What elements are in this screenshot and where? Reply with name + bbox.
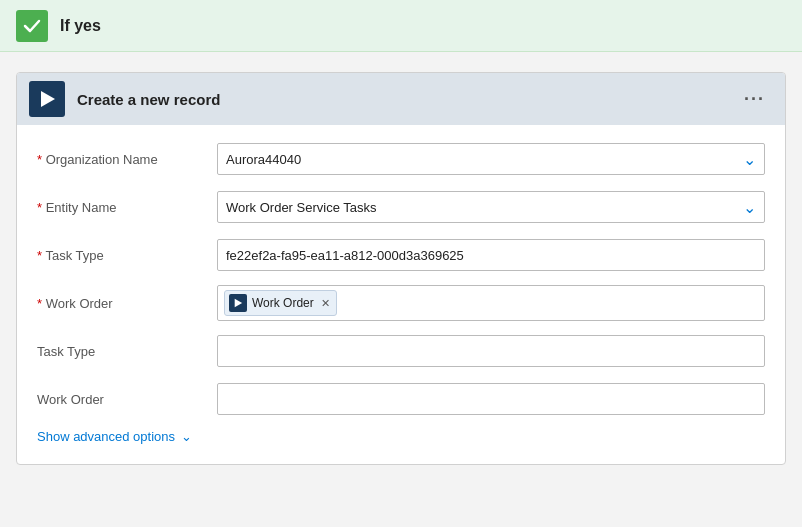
entity-name-row: Entity Name Work Order Service Tasks ⌄: [37, 189, 765, 225]
work-order-optional-field[interactable]: [217, 383, 765, 415]
entity-name-chevron-icon: ⌄: [743, 198, 756, 217]
card-title: Create a new record: [77, 91, 724, 108]
main-container: Create a new record ··· Organization Nam…: [0, 52, 802, 485]
work-order-optional-label: Work Order: [37, 392, 217, 407]
svg-marker-0: [41, 91, 55, 107]
if-yes-check-icon: [16, 10, 48, 42]
entity-name-field[interactable]: Work Order Service Tasks ⌄: [217, 191, 765, 223]
work-order-optional-input[interactable]: [217, 383, 765, 415]
task-type-input[interactable]: fe22ef2a-fa95-ea11-a812-000d3a369625: [217, 239, 765, 271]
org-name-dropdown[interactable]: Aurora44040 ⌄: [217, 143, 765, 175]
task-type-required-label: Task Type: [37, 248, 217, 263]
work-order-tag-text: Work Order: [252, 296, 314, 310]
advanced-options-chevron-icon: ⌄: [181, 429, 192, 444]
work-order-tag-field[interactable]: Work Order ✕: [217, 285, 765, 321]
work-order-required-field[interactable]: Work Order ✕: [217, 285, 765, 321]
checkmark-icon: [23, 17, 41, 35]
card-menu-button[interactable]: ···: [736, 85, 773, 114]
org-name-label: Organization Name: [37, 152, 217, 167]
entity-name-value: Work Order Service Tasks: [226, 200, 743, 215]
org-name-field[interactable]: Aurora44040 ⌄: [217, 143, 765, 175]
card-header: Create a new record ···: [17, 73, 785, 125]
play-icon-tag: [233, 298, 243, 308]
task-type-value: fe22ef2a-fa95-ea11-a812-000d3a369625: [226, 248, 756, 263]
if-yes-bar: If yes: [0, 0, 802, 52]
org-name-row: Organization Name Aurora44040 ⌄: [37, 141, 765, 177]
work-order-tag-icon: [229, 294, 247, 312]
work-order-tag: Work Order ✕: [224, 290, 337, 316]
entity-name-dropdown[interactable]: Work Order Service Tasks ⌄: [217, 191, 765, 223]
if-yes-label: If yes: [60, 17, 101, 35]
task-type-optional-input[interactable]: [217, 335, 765, 367]
play-icon-header: [37, 89, 57, 109]
org-name-value: Aurora44040: [226, 152, 743, 167]
advanced-options-toggle[interactable]: Show advanced options ⌄: [37, 429, 765, 444]
entity-name-label: Entity Name: [37, 200, 217, 215]
work-order-required-row: Work Order Work Order ✕: [37, 285, 765, 321]
card-header-icon: [29, 81, 65, 117]
svg-marker-1: [235, 299, 243, 307]
work-order-required-label: Work Order: [37, 296, 217, 311]
work-order-optional-row: Work Order: [37, 381, 765, 417]
task-type-optional-label: Task Type: [37, 344, 217, 359]
card: Create a new record ··· Organization Nam…: [16, 72, 786, 465]
task-type-optional-row: Task Type: [37, 333, 765, 369]
task-type-optional-field[interactable]: [217, 335, 765, 367]
org-name-chevron-icon: ⌄: [743, 150, 756, 169]
task-type-required-row: Task Type fe22ef2a-fa95-ea11-a812-000d3a…: [37, 237, 765, 273]
card-body: Organization Name Aurora44040 ⌄ Entity N…: [17, 125, 785, 464]
advanced-options-label[interactable]: Show advanced options: [37, 429, 175, 444]
work-order-tag-close-icon[interactable]: ✕: [321, 297, 330, 310]
task-type-required-field[interactable]: fe22ef2a-fa95-ea11-a812-000d3a369625: [217, 239, 765, 271]
